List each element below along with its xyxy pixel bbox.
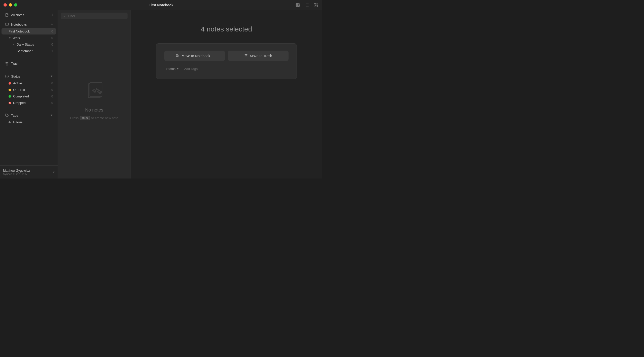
filter-bar: ⌕ xyxy=(58,10,131,22)
sidebar-item-september[interactable]: September 1 xyxy=(2,48,56,54)
sidebar-item-work[interactable]: ▼ Work 0 xyxy=(2,35,56,41)
svg-rect-18 xyxy=(178,54,179,55)
daily-status-chevron: ▼ xyxy=(13,43,15,46)
completed-label: Completed xyxy=(13,94,51,98)
empty-hint-prefix: Press xyxy=(70,116,78,120)
completed-dot xyxy=(9,95,11,98)
work-label: Work xyxy=(13,36,51,40)
onhold-dot xyxy=(9,89,11,91)
empty-hint-suffix: to create new note xyxy=(91,116,118,120)
all-notes-icon xyxy=(5,13,9,17)
notes-selected: 4 notes selected xyxy=(201,25,252,33)
filter-input[interactable] xyxy=(61,13,128,19)
trash-icon xyxy=(5,61,9,66)
first-notebook-label: First Notebook xyxy=(9,29,51,33)
notebooks-label: Notebooks xyxy=(11,23,51,26)
maximize-button[interactable] xyxy=(14,3,17,7)
empty-state: </> No notes Press ⌘-N to create new not… xyxy=(58,22,131,178)
work-count: 0 xyxy=(51,36,53,40)
sidebar-item-first-notebook[interactable]: First Notebook 0 xyxy=(2,28,56,34)
status-dropdown-label: Status xyxy=(166,67,176,71)
svg-point-10 xyxy=(5,75,9,78)
divider-2 xyxy=(3,70,55,70)
divider-3 xyxy=(3,109,55,109)
empty-title: No notes xyxy=(85,108,103,113)
tags-icon xyxy=(5,113,9,118)
sidebar-item-tags-header[interactable]: Tags ▼ xyxy=(2,112,56,119)
new-note-icon[interactable] xyxy=(313,3,318,8)
active-dot xyxy=(9,82,11,85)
svg-point-0 xyxy=(297,4,299,6)
empty-hint: Press ⌘-N to create new note xyxy=(70,116,118,120)
dropped-label: Dropped xyxy=(13,101,51,105)
sidebar-item-trash[interactable]: Trash xyxy=(2,60,56,67)
sidebar-section-notebooks: Notebooks + First Notebook 0 ▼ Work 0 ▼ … xyxy=(0,20,58,55)
status-dropdown-button[interactable]: Status ▼ xyxy=(164,66,181,72)
move-to-notebook-button[interactable]: Move to Notebook... xyxy=(164,51,225,61)
status-label: Status xyxy=(11,75,50,78)
filter-wrap: ⌕ xyxy=(61,13,128,19)
status-chevron: ▼ xyxy=(50,75,53,78)
settings-icon[interactable] xyxy=(295,3,300,8)
traffic-lights xyxy=(0,3,17,7)
titlebar: First Notebook xyxy=(0,0,322,10)
empty-icon: </> xyxy=(84,81,104,104)
trash-label: Trash xyxy=(11,62,53,65)
sort-icon[interactable] xyxy=(304,3,309,8)
sidebar-footer: Matthew Zygowicz Synced at 20:51:05 ▾ xyxy=(0,165,58,178)
sidebar-section-tags: Tags ▼ Tutorial xyxy=(0,111,58,127)
status-icon xyxy=(5,74,9,79)
active-count: 0 xyxy=(51,82,53,85)
sidebar-section-status: Status ▼ Active 0 On Hold 0 Completed 0 … xyxy=(0,72,58,107)
trash-action-icon xyxy=(244,54,248,58)
svg-rect-20 xyxy=(177,56,178,57)
all-notes-label: All Notes xyxy=(11,13,51,17)
status-dropdown-chevron: ▼ xyxy=(177,67,179,70)
titlebar-actions xyxy=(295,3,322,8)
sidebar-item-status-header[interactable]: Status ▼ xyxy=(2,73,56,80)
footer-chevron-icon[interactable]: ▾ xyxy=(53,170,55,174)
daily-status-label: Daily Status xyxy=(17,43,51,46)
add-notebook-icon[interactable]: + xyxy=(51,22,53,27)
middle-panel: ⌕ </> No notes Press ⌘-N to create new n… xyxy=(58,10,131,178)
sync-status: Synced at 20:51:05 xyxy=(3,172,53,175)
content-panel: 4 notes selected Move to Notebook... xyxy=(131,10,322,178)
sidebar-item-notebooks[interactable]: Notebooks + xyxy=(2,21,56,28)
main-layout: All Notes 1 Notebooks + First Notebook 0 xyxy=(0,10,322,178)
sidebar-item-active[interactable]: Active 0 xyxy=(2,80,56,86)
onhold-count: 0 xyxy=(51,88,53,92)
daily-status-count: 0 xyxy=(51,43,53,46)
sidebar-item-completed[interactable]: Completed 0 xyxy=(2,93,56,99)
svg-rect-19 xyxy=(178,56,179,57)
dropped-dot: ✕ xyxy=(9,102,11,104)
sidebar: All Notes 1 Notebooks + First Notebook 0 xyxy=(0,10,58,178)
september-count: 1 xyxy=(51,49,53,53)
onhold-label: On Hold xyxy=(13,88,51,92)
footer-info: Matthew Zygowicz Synced at 20:51:05 xyxy=(3,169,53,175)
sidebar-item-daily-status[interactable]: ▼ Daily Status 0 xyxy=(2,41,56,48)
tags-label: Tags xyxy=(11,114,50,117)
close-button[interactable] xyxy=(4,3,7,7)
sidebar-section-main: All Notes 1 xyxy=(0,10,58,20)
add-tags-button[interactable]: Add Tags xyxy=(184,67,198,71)
sidebar-item-tutorial[interactable]: Tutorial xyxy=(2,119,56,125)
action-panel: Move to Notebook... Move to Trash Status… xyxy=(156,43,297,79)
tutorial-label: Tutorial xyxy=(13,120,53,124)
notebook-icon xyxy=(176,54,180,58)
work-chevron: ▼ xyxy=(9,37,11,39)
divider-1 xyxy=(3,57,55,57)
empty-hint-kbd: ⌘-N xyxy=(80,116,90,120)
sidebar-section-trash: Trash xyxy=(0,59,58,68)
first-notebook-count: 0 xyxy=(51,30,53,33)
sidebar-item-dropped[interactable]: ✕ Dropped 0 xyxy=(2,100,56,106)
dropped-count: 0 xyxy=(51,101,53,105)
window-title: First Notebook xyxy=(149,3,174,7)
move-to-trash-button[interactable]: Move to Trash xyxy=(228,51,289,61)
sidebar-item-onhold[interactable]: On Hold 0 xyxy=(2,87,56,93)
svg-text:</>: </> xyxy=(92,88,100,93)
completed-count: 0 xyxy=(51,95,53,98)
active-label: Active xyxy=(13,81,51,85)
sidebar-item-all-notes[interactable]: All Notes 1 xyxy=(2,11,56,18)
september-label: September xyxy=(17,49,51,53)
minimize-button[interactable] xyxy=(9,3,12,7)
